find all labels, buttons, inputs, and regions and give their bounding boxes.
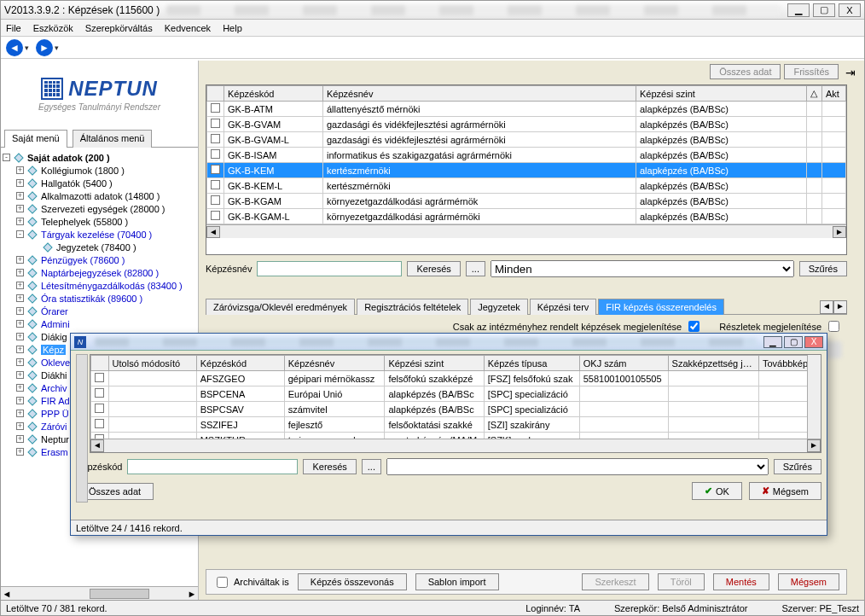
expand-icon[interactable]: + bbox=[16, 371, 24, 379]
dialog-titlebar[interactable]: N ▁ ▢ X bbox=[71, 334, 827, 351]
col-level[interactable]: Képzési szint bbox=[636, 86, 807, 102]
tree-label[interactable]: Okleve bbox=[41, 357, 70, 368]
tab-general-menu[interactable]: Általános menü bbox=[73, 130, 153, 148]
expand-icon[interactable]: + bbox=[16, 294, 24, 302]
tree-label[interactable]: Erasm bbox=[41, 447, 68, 457]
tree-label[interactable]: FIR Ad bbox=[41, 396, 70, 406]
expand-icon[interactable]: + bbox=[16, 307, 24, 315]
dcol-name[interactable]: Képzésnév bbox=[284, 356, 385, 371]
tab-regisztracio[interactable]: Regisztrációs feltételek bbox=[357, 299, 468, 315]
menu-role[interactable]: Szerepkörváltás bbox=[85, 23, 153, 33]
tree-item[interactable]: Jegyzetek (78400 ) bbox=[3, 241, 196, 253]
grid-row[interactable]: GK-B-GVAMgazdasági és vidékfejlesztési a… bbox=[207, 117, 846, 132]
tree-label[interactable]: Óra statisztikák (89600 ) bbox=[41, 293, 142, 304]
search-button[interactable]: Keresés bbox=[407, 261, 460, 276]
dcol-type[interactable]: Képzés típusa bbox=[484, 356, 579, 371]
tree-item[interactable]: +Naptárbejegyzések (82800 ) bbox=[3, 266, 196, 279]
dcol-level[interactable]: Képzési szint bbox=[385, 356, 484, 371]
row-checkbox[interactable] bbox=[95, 373, 104, 382]
col-act[interactable]: Akt bbox=[822, 86, 846, 102]
tab-fir[interactable]: FIR képzés összerendelés bbox=[598, 299, 724, 315]
tree-item[interactable]: +Óra statisztikák (89600 ) bbox=[3, 292, 196, 305]
cancel-button[interactable]: Mégsem bbox=[778, 573, 839, 590]
tree-label[interactable]: Szervezeti egységek (28000 ) bbox=[41, 204, 165, 214]
tree-label[interactable]: PPP Ü bbox=[41, 409, 69, 419]
search-input[interactable] bbox=[257, 261, 402, 276]
dialog-grid-row[interactable]: BSPCSAVszámvitelalapképzés (BA/BSc[SPC] … bbox=[91, 402, 822, 417]
dcol-mod[interactable]: Utolsó módosító bbox=[108, 356, 196, 371]
dcol-okj[interactable]: OKJ szám bbox=[579, 356, 668, 371]
expand-icon[interactable]: + bbox=[16, 422, 24, 430]
grid-row[interactable]: GK-B-ISAMinformatikus és szakigazgatási … bbox=[207, 148, 846, 163]
titlebar[interactable]: V2013.3.9.2 : Képzések (115600 ) ▁ ▢ X bbox=[1, 1, 864, 20]
main-grid[interactable]: Képzéskód Képzésnév Képzési szint △ Akt … bbox=[206, 85, 846, 224]
tree-label[interactable]: Képz bbox=[41, 345, 66, 355]
tree-label[interactable]: Diákig bbox=[41, 332, 67, 342]
tree-label[interactable]: Telephelyek (55800 ) bbox=[41, 217, 128, 227]
pin-icon[interactable]: ⇥ bbox=[845, 66, 856, 79]
tree-item[interactable]: +Telephelyek (55800 ) bbox=[3, 215, 196, 228]
row-checkbox[interactable] bbox=[211, 195, 220, 205]
row-checkbox[interactable] bbox=[211, 103, 220, 113]
maximize-button[interactable]: ▢ bbox=[813, 3, 835, 17]
tree-label[interactable]: Órarer bbox=[41, 306, 68, 317]
nav-fwd-dropdown[interactable]: ▾ bbox=[55, 44, 59, 52]
tab-kepzesi-terv[interactable]: Képzési terv bbox=[530, 299, 597, 315]
expand-icon[interactable]: + bbox=[16, 320, 24, 328]
merge-button[interactable]: Képzés összevonás bbox=[298, 573, 407, 590]
tab-zarovizsga[interactable]: Záróvizsga/Oklevél eredmények bbox=[206, 299, 355, 315]
archived-checkbox[interactable] bbox=[217, 577, 228, 588]
row-checkbox[interactable] bbox=[211, 165, 220, 174]
tree-label[interactable]: Pénzügyek (78600 ) bbox=[41, 255, 125, 265]
tree-label[interactable]: Kollégiumok (1800 ) bbox=[41, 166, 125, 176]
grid-row[interactable]: GK-B-KGAMkörnyezetgazdálkodási agrármérn… bbox=[207, 194, 846, 209]
row-checkbox[interactable] bbox=[211, 119, 220, 128]
dialog-hscroll[interactable]: ◄► bbox=[90, 439, 821, 452]
row-checkbox[interactable] bbox=[95, 404, 104, 413]
tree-label[interactable]: Alkalmazotti adatok (14800 ) bbox=[41, 191, 160, 201]
tree-item[interactable]: +Pénzügyek (78600 ) bbox=[3, 253, 196, 266]
search-select[interactable]: Minden bbox=[491, 260, 794, 277]
grid-row[interactable]: GK-B-KGAM-Lkörnyezetgazdálkodási agrármé… bbox=[207, 209, 846, 224]
dialog-ok-button[interactable]: ✔ OK bbox=[692, 482, 742, 500]
expand-icon[interactable]: + bbox=[16, 346, 24, 353]
delete-button[interactable]: Töröl bbox=[658, 573, 705, 590]
col-name[interactable]: Képzésnév bbox=[323, 86, 636, 102]
dialog-row-selector[interactable] bbox=[76, 354, 88, 503]
tree-label[interactable]: Tárgyak kezelése (70400 ) bbox=[41, 230, 152, 240]
expand-icon[interactable]: + bbox=[16, 410, 24, 417]
expand-icon[interactable]: + bbox=[16, 282, 24, 289]
tree-label[interactable]: Saját adatok (200 ) bbox=[27, 153, 110, 163]
tab-own-menu[interactable]: Saját menü bbox=[4, 130, 67, 148]
expand-icon[interactable]: + bbox=[16, 218, 24, 225]
expand-icon[interactable]: + bbox=[16, 205, 24, 212]
dialog-vscroll[interactable] bbox=[807, 355, 821, 439]
menu-help[interactable]: Help bbox=[223, 23, 242, 33]
left-hscroll[interactable]: ◄ ► bbox=[1, 586, 198, 600]
grid-row[interactable]: GK-B-KEMkertészmérnökialapképzés (BA/BSc… bbox=[207, 163, 846, 178]
close-button[interactable]: X bbox=[839, 3, 861, 17]
dialog-grid-row[interactable]: AFSZGEOgépipari mérnökasszfelsőfokú szak… bbox=[91, 371, 822, 386]
row-checkbox[interactable] bbox=[211, 211, 220, 220]
expand-icon[interactable]: + bbox=[16, 192, 24, 200]
row-checkbox[interactable] bbox=[211, 149, 220, 159]
tree-item[interactable]: +Létesítménygazdálkodás (83400 ) bbox=[3, 279, 196, 292]
dcol-qual[interactable]: Szakképzettség j… bbox=[668, 356, 758, 371]
tree-label[interactable]: Naptárbejegyzések (82800 ) bbox=[41, 268, 159, 278]
expand-icon[interactable]: + bbox=[16, 333, 24, 340]
tree-label[interactable]: Jegyzetek (78400 ) bbox=[56, 242, 136, 253]
nav-back-button[interactable]: ◄ bbox=[6, 39, 23, 56]
tree-item[interactable]: +Szervezeti egységek (28000 ) bbox=[3, 202, 196, 215]
dialog-select[interactable] bbox=[386, 458, 769, 475]
menu-tools[interactable]: Eszközök bbox=[33, 23, 73, 33]
dialog-cancel-button[interactable]: ✘ Mégsem bbox=[749, 482, 821, 500]
dialog-grid-row[interactable]: SSZIFEJfejlesztőfelsőoktatási szakké[SZI… bbox=[91, 417, 822, 433]
check-inst-only-box[interactable] bbox=[688, 321, 700, 332]
tree-label[interactable]: Admini bbox=[41, 319, 70, 329]
template-button[interactable]: Sablon import bbox=[415, 573, 499, 590]
expand-icon[interactable]: + bbox=[16, 256, 24, 264]
grid-hscroll[interactable]: ◄► bbox=[206, 224, 846, 238]
expand-icon[interactable]: + bbox=[16, 179, 24, 187]
minimize-button[interactable]: ▁ bbox=[787, 3, 810, 17]
nav-back-dropdown[interactable]: ▾ bbox=[25, 44, 29, 52]
